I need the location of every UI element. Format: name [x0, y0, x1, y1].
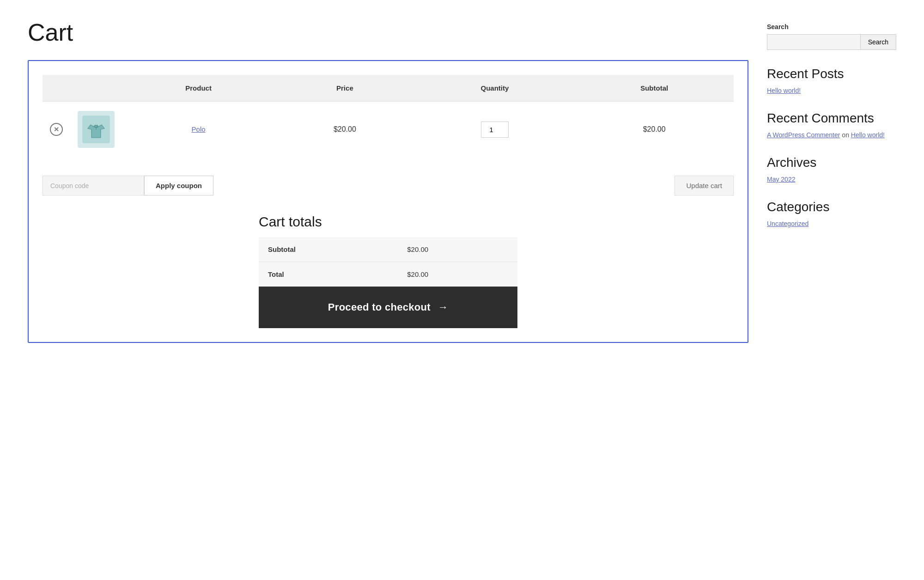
total-value: $20.00	[398, 262, 517, 287]
checkout-label: Proceed to checkout	[328, 301, 431, 313]
cart-container: Product Price Quantity Subtotal ✕	[28, 60, 748, 343]
coupon-left: Apply coupon	[43, 176, 213, 195]
svg-point-2	[96, 128, 97, 129]
product-name-cell: Polo	[122, 102, 275, 158]
recent-comments-heading: Recent Comments	[767, 111, 896, 126]
col-quantity: Quantity	[415, 75, 575, 102]
product-subtotal-cell: $20.00	[575, 102, 734, 158]
commenter-link[interactable]: A WordPress Commenter	[767, 131, 840, 139]
quantity-input[interactable]	[481, 122, 509, 138]
sidebar-recent-comments: Recent Comments A WordPress Commenter on…	[767, 111, 896, 139]
categories-heading: Categories	[767, 200, 896, 214]
col-price: Price	[275, 75, 414, 102]
polo-shirt-icon	[82, 116, 110, 143]
cart-table: Product Price Quantity Subtotal ✕	[43, 75, 734, 157]
sidebar-search-section: Search Search	[767, 23, 896, 50]
col-product: Product	[122, 75, 275, 102]
update-cart-button[interactable]: Update cart	[675, 176, 734, 195]
total-row: Total $20.00	[259, 262, 517, 287]
page-wrapper: Cart Product Price Quantity Subtotal	[0, 0, 924, 361]
checkout-arrow: →	[438, 301, 448, 313]
page-title: Cart	[28, 18, 748, 46]
product-image	[78, 111, 115, 148]
apply-coupon-button[interactable]: Apply coupon	[144, 176, 213, 195]
search-row: Search	[767, 34, 896, 50]
search-button[interactable]: Search	[861, 34, 896, 50]
search-label: Search	[767, 23, 896, 31]
sidebar-recent-posts: Recent Posts Hello world!	[767, 67, 896, 94]
product-price-cell: $20.00	[275, 102, 414, 158]
cart-table-head: Product Price Quantity Subtotal	[43, 75, 734, 102]
cart-table-body: ✕	[43, 102, 734, 158]
product-image-cell	[70, 102, 122, 158]
sidebar-categories: Categories Uncategorized	[767, 200, 896, 227]
cart-totals-title: Cart totals	[259, 214, 517, 230]
subtotal-row: Subtotal $20.00	[259, 237, 517, 262]
recent-post-link-0[interactable]: Hello world!	[767, 87, 896, 94]
remove-item-button[interactable]: ✕	[50, 123, 63, 136]
coupon-input[interactable]	[43, 176, 144, 195]
product-link[interactable]: Polo	[192, 125, 206, 133]
archives-heading: Archives	[767, 155, 896, 170]
col-subtotal: Subtotal	[575, 75, 734, 102]
remove-cell: ✕	[43, 102, 70, 158]
subtotal-label: Subtotal	[259, 237, 398, 262]
search-input[interactable]	[767, 34, 861, 50]
category-link-0[interactable]: Uncategorized	[767, 220, 896, 227]
totals-table: Subtotal $20.00 Total $20.00	[259, 237, 517, 287]
subtotal-value: $20.00	[398, 237, 517, 262]
col-remove	[43, 75, 70, 102]
proceed-to-checkout-button[interactable]: Proceed to checkout →	[259, 287, 517, 328]
col-image	[70, 75, 122, 102]
archive-link-0[interactable]: May 2022	[767, 176, 896, 183]
svg-point-1	[96, 127, 97, 128]
sidebar-archives: Archives May 2022	[767, 155, 896, 183]
coupon-row: Apply coupon Update cart	[43, 171, 734, 205]
table-row: ✕	[43, 102, 734, 158]
sidebar: Search Search Recent Posts Hello world! …	[767, 18, 896, 343]
on-text: on	[842, 131, 849, 139]
product-qty-cell	[415, 102, 575, 158]
total-label: Total	[259, 262, 398, 287]
recent-comment-entry: A WordPress Commenter on Hello world!	[767, 131, 896, 139]
recent-posts-heading: Recent Posts	[767, 67, 896, 81]
comment-post-link[interactable]: Hello world!	[851, 131, 885, 139]
main-content: Cart Product Price Quantity Subtotal	[28, 18, 748, 343]
cart-totals: Cart totals Subtotal $20.00 Total $20.00	[259, 214, 517, 328]
